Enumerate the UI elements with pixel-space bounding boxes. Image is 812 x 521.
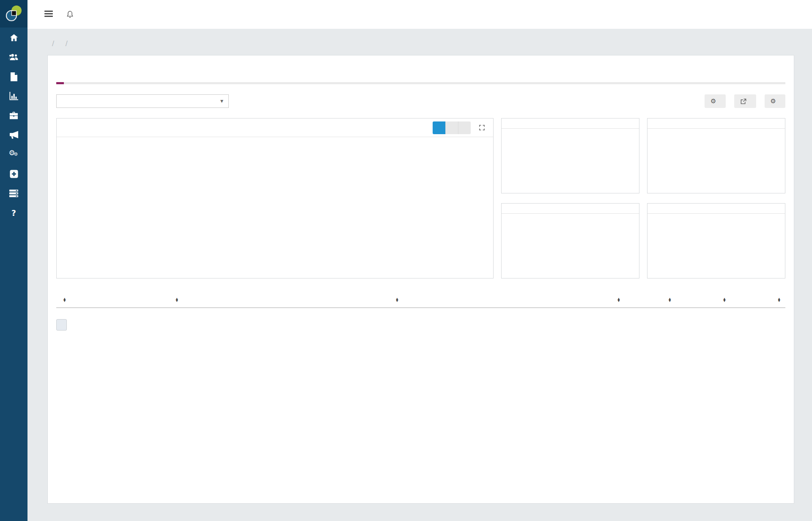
chevron-down-icon: ▼: [220, 99, 223, 103]
sidebar-item-add[interactable]: [0, 170, 27, 178]
tab-activity[interactable]: [98, 77, 106, 82]
stats-grid: [501, 118, 785, 278]
briefcase-icon: [9, 111, 18, 120]
sidebar-item-data[interactable]: [0, 189, 27, 198]
sidebar-item-briefcase[interactable]: [0, 111, 27, 120]
visitor-trend-chart: [57, 137, 493, 264]
page-2-button[interactable]: [71, 319, 82, 331]
range-month-button[interactable]: [458, 121, 471, 134]
topbar: [27, 0, 812, 29]
megaphone-icon: [9, 131, 19, 139]
next-page-button[interactable]: [86, 319, 96, 331]
stat-label: [502, 204, 639, 214]
gear-icon: ⚙: [771, 98, 776, 105]
notifications-bell-icon[interactable]: [66, 10, 74, 19]
sidebar-item-home[interactable]: [0, 33, 27, 42]
edit-button[interactable]: ⚙: [765, 94, 785, 108]
app-logo[interactable]: [0, 0, 27, 28]
table-header-row: ▲▼ ▲▼ ▲▼ ▲▼ ▲▼ ▲▼ ▲▼: [56, 293, 785, 308]
dashboard-row: [56, 118, 785, 278]
tab-conversions[interactable]: [84, 77, 92, 82]
visitor-trend-header: [57, 119, 493, 137]
export-button[interactable]: [734, 94, 756, 108]
column-header-visits[interactable]: ▲▼: [574, 293, 625, 308]
chart-x-axis-labels: [61, 264, 489, 275]
column-header-visits-pct[interactable]: ▲▼: [625, 293, 676, 308]
sidebar-item-help[interactable]: ?: [0, 209, 27, 217]
stat-card-bounce: [647, 118, 785, 193]
sort-icon: ▲▼: [617, 298, 620, 302]
column-header-email[interactable]: ▲▼: [389, 293, 574, 308]
range-week-button[interactable]: [445, 121, 458, 134]
stat-value: [502, 214, 639, 278]
column-header-page-views-pct[interactable]: ▲▼: [731, 293, 785, 308]
tab-pages[interactable]: [70, 77, 78, 82]
contacts-icon: [9, 53, 19, 61]
breadcrumb: / /: [27, 29, 812, 55]
stat-value: [647, 214, 785, 278]
site-selector[interactable]: ▼: [56, 94, 229, 108]
controls-row: ▼ ⚙ ⚙: [56, 94, 785, 108]
stat-card-visitors: [501, 203, 639, 278]
sidebar-item-contacts[interactable]: [0, 53, 27, 61]
sort-icon: ▲▼: [778, 298, 780, 302]
home-icon: [10, 33, 18, 42]
stat-card-page-views: [501, 118, 639, 193]
breadcrumb-separator: /: [66, 40, 68, 47]
range-day-button[interactable]: [433, 121, 445, 134]
column-header-company[interactable]: ▲▼: [168, 293, 389, 308]
page-1-button[interactable]: [56, 319, 67, 331]
trend-line-chart: [61, 137, 489, 264]
bar-chart-icon: [9, 92, 18, 100]
export-icon: [740, 98, 747, 105]
stat-card-visits: [647, 203, 785, 278]
sort-icon: ▲▼: [63, 298, 66, 302]
breadcrumb-separator: /: [52, 40, 54, 47]
column-header-name[interactable]: ▲▼: [56, 293, 168, 308]
gears-icon: ⚙⚙: [9, 150, 19, 159]
report-card: ▼ ⚙ ⚙: [47, 55, 794, 504]
question-mark-icon: ?: [11, 208, 16, 218]
sidebar-item-reports[interactable]: [0, 92, 27, 100]
fullscreen-icon[interactable]: [478, 124, 486, 131]
plus-square-icon: [10, 170, 18, 178]
sort-icon: ▲▼: [669, 298, 671, 302]
gear-icon: ⚙: [710, 98, 716, 105]
column-header-page-views[interactable]: ▲▼: [676, 293, 730, 308]
sort-icon: ▲▼: [396, 298, 398, 302]
stat-label: [647, 204, 785, 214]
sort-icon: ▲▼: [176, 298, 178, 302]
visitors-table: ▲▼ ▲▼ ▲▼ ▲▼ ▲▼ ▲▼ ▲▼: [56, 293, 785, 308]
manage-button[interactable]: ⚙: [705, 94, 725, 108]
sort-icon: ▲▼: [723, 298, 725, 302]
range-toggle: [433, 121, 471, 134]
sidebar: ⚙⚙ ?: [0, 0, 27, 521]
visitor-trend-panel: [56, 118, 494, 278]
tab-visitors[interactable]: [56, 77, 64, 84]
stat-label: [647, 119, 785, 129]
stat-value: [647, 129, 785, 193]
tab-bar: [56, 77, 785, 84]
pagination: [56, 319, 785, 331]
logo-icon: [4, 4, 24, 23]
toolbar: ⚙ ⚙: [696, 94, 785, 108]
sidebar-item-documents[interactable]: [0, 72, 27, 81]
menu-icon[interactable]: [44, 11, 53, 18]
stat-label: [502, 119, 639, 129]
stat-value: [502, 129, 639, 193]
sidebar-nav: ⚙⚙ ?: [0, 28, 27, 217]
sidebar-item-campaigns[interactable]: [0, 131, 27, 139]
main-content: / / ▼ ⚙: [27, 29, 812, 521]
server-icon: [9, 190, 18, 197]
document-icon: [10, 72, 18, 81]
sidebar-item-settings[interactable]: ⚙⚙: [0, 150, 27, 159]
